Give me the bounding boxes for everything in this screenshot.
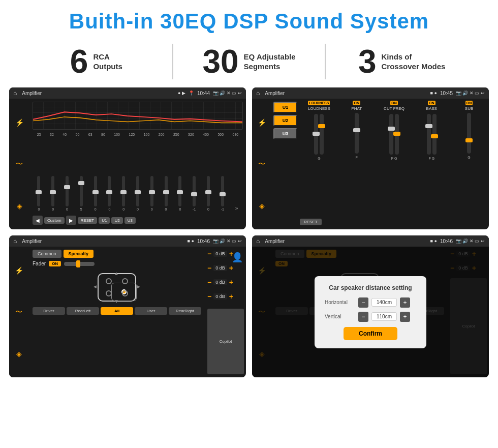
rearright-button[interactable]: RearRight — [169, 307, 201, 315]
screen-crossover: ⌂ Amplifier ■ ● 10:45 📷 🔊 ✕ ▭ ↩ ⚡ 〜 ◈ U1… — [252, 87, 489, 229]
screen-dialog: ⌂ Amplifier ■ ● 10:46 📷 🔊 ✕ ▭ ↩ ⚡ 〜 ◈ Co… — [252, 235, 489, 377]
u1-button[interactable]: U1 — [273, 102, 297, 113]
copilot-button[interactable]: Copilot — [207, 309, 244, 374]
fader-db-row-3: − 0 dB + — [207, 292, 244, 301]
screen1-pin-icon: 📍 — [189, 91, 194, 96]
crossover-sidebar: ⚡ 〜 ◈ — [252, 99, 271, 229]
screen3-dot1: ■ ● — [188, 238, 194, 244]
eq-slider-7[interactable]: 0 — [132, 176, 144, 211]
dialog-title: Car speaker distance setting — [325, 284, 416, 291]
eq-sliders: 0 0 0 5 0 0 0 0 0 0 0 -1 0 -1 » — [33, 139, 243, 212]
screen1-dot1: ● ▶ — [178, 91, 185, 96]
horizontal-plus-button[interactable]: + — [400, 297, 410, 308]
eq-slider-1[interactable]: 0 — [47, 176, 59, 211]
screen3-home-icon[interactable]: ⌂ — [13, 237, 17, 245]
arrow-up-icon: ▲ — [114, 271, 119, 276]
stat-label-rca: RCA Outputs — [93, 52, 122, 72]
tab-common[interactable]: Common — [33, 250, 61, 258]
screen1-title: Amplifier — [22, 91, 175, 96]
screen1-time: 10:44 — [197, 91, 210, 96]
stats-row: 6 RCA Outputs 30 EQ Adjustable Segments … — [0, 39, 498, 87]
eq-slider-8[interactable]: 0 — [145, 176, 158, 211]
crossover-reset-button[interactable]: RESET — [300, 219, 322, 225]
db-minus-0[interactable]: − — [207, 250, 211, 258]
screen1-home-icon[interactable]: ⌂ — [13, 89, 17, 97]
dialog-vertical-row: Vertical − 110cm + — [325, 312, 416, 322]
u2-button[interactable]: U2 — [273, 115, 297, 126]
crossover-modules: LOUDNESS LOUDNESS G ON PHAT — [299, 99, 489, 229]
screen4-title: Amplifier — [265, 238, 427, 244]
db-plus-3[interactable]: + — [229, 292, 233, 301]
db-minus-1[interactable]: − — [207, 264, 211, 272]
vertical-plus-button[interactable]: + — [400, 312, 410, 322]
db-value-2: 0 dB — [213, 279, 227, 285]
car-diagram: ◄ ► ▲ ▼ — [91, 270, 142, 305]
sub-module: ON SUB G — [451, 101, 487, 227]
eq-slider-4[interactable]: 0 — [89, 176, 102, 211]
eq-slider-13[interactable]: -1 — [216, 176, 229, 211]
eq-slider-11[interactable]: -1 — [188, 176, 201, 211]
driver-button[interactable]: Driver — [33, 307, 65, 315]
confirm-button[interactable]: Confirm — [344, 327, 397, 340]
horizontal-value: 140cm — [371, 298, 397, 307]
fader-main: Common Specialty Fader ON — [28, 247, 205, 377]
eq-graph — [33, 102, 243, 130]
horizontal-minus-button[interactable]: − — [358, 297, 368, 308]
screen2-home-icon[interactable]: ⌂ — [256, 89, 260, 97]
page-title: Buith-in 30EQ DSP Sound System — [0, 0, 498, 39]
wave-icon[interactable]: 〜 — [16, 160, 23, 169]
screen4-controls: 📷 🔊 ✕ ▭ ↩ — [456, 238, 485, 244]
eq-slider-5[interactable]: 0 — [103, 176, 116, 211]
rearleft-button[interactable]: RearLeft — [67, 307, 99, 315]
eq-slider-10[interactable]: 0 — [174, 176, 186, 211]
eq-custom-button[interactable]: Custom — [44, 217, 65, 224]
screen2-controls: 📷 🔊 ✕ ▭ ↩ — [456, 91, 485, 96]
eq-slider-0[interactable]: 0 — [33, 176, 45, 211]
crossover-wave-icon[interactable]: 〜 — [258, 160, 265, 169]
eq-slider-12[interactable]: 0 — [202, 176, 215, 211]
eq-slider-3[interactable]: 5 — [75, 176, 87, 211]
distance-dialog: Car speaker distance setting Horizontal … — [315, 276, 426, 348]
person-icon[interactable]: 👤 — [232, 252, 243, 263]
stat-crossover: 3 Kinds of Crossover Modes — [336, 45, 468, 78]
bass-module: ON BASS F G — [414, 101, 449, 227]
fader-tabs: Common Specialty — [33, 250, 201, 258]
fader-on-badge[interactable]: ON — [49, 261, 61, 266]
eq-next-button[interactable]: ▶ — [66, 216, 76, 225]
fader-db-row-2: − 0 dB + — [207, 278, 244, 286]
eq-reset-button[interactable]: RESET — [78, 217, 98, 224]
db-minus-2[interactable]: − — [207, 278, 211, 286]
stat-number-eq: 30 — [202, 45, 238, 78]
stat-number-crossover: 3 — [358, 45, 377, 78]
fader-speaker-icon[interactable]: ◈ — [16, 350, 22, 358]
eq-slider-6[interactable]: 0 — [117, 176, 130, 211]
eq-slider-2[interactable]: 0 — [61, 176, 74, 211]
db-minus-3[interactable]: − — [207, 292, 211, 301]
tab-specialty[interactable]: Specialty — [64, 250, 94, 258]
eq-icon[interactable]: ⚡ — [15, 118, 24, 127]
fader-eq-icon[interactable]: ⚡ — [15, 266, 23, 275]
db-value-1: 0 dB — [213, 265, 227, 271]
u3-button[interactable]: U3 — [273, 128, 297, 139]
db-plus-2[interactable]: + — [229, 278, 233, 286]
screen1-status-bar: ⌂ Amplifier ● ▶ 📍 10:44 📷 🔊 ✕ ▭ ↩ — [9, 87, 246, 99]
eq-u3-button[interactable]: U3 — [124, 217, 136, 224]
user-button[interactable]: User — [135, 307, 167, 315]
crossover-eq-icon[interactable]: ⚡ — [258, 118, 266, 127]
speaker-sidebar-icon[interactable]: ◈ — [17, 202, 22, 210]
vertical-minus-button[interactable]: − — [358, 312, 368, 322]
eq-prev-button[interactable]: ◀ — [33, 216, 43, 225]
eq-slider-9[interactable]: 0 — [160, 176, 172, 211]
db-plus-1[interactable]: + — [229, 264, 233, 272]
fader-wave-icon[interactable]: 〜 — [15, 308, 22, 317]
stat-label-eq: EQ Adjustable Segments — [244, 52, 296, 72]
eq-u1-button[interactable]: U1 — [99, 217, 110, 224]
eq-slider-last: » — [230, 205, 243, 211]
fader-slider[interactable] — [64, 262, 95, 266]
eq-u2-button[interactable]: U2 — [111, 217, 122, 224]
screen2-title: Amplifier — [265, 91, 427, 96]
screen4-home-icon[interactable]: ⌂ — [256, 237, 260, 245]
crossover-speaker-icon[interactable]: ◈ — [259, 202, 265, 210]
all-button[interactable]: All — [101, 307, 133, 315]
divider-2 — [325, 44, 326, 79]
